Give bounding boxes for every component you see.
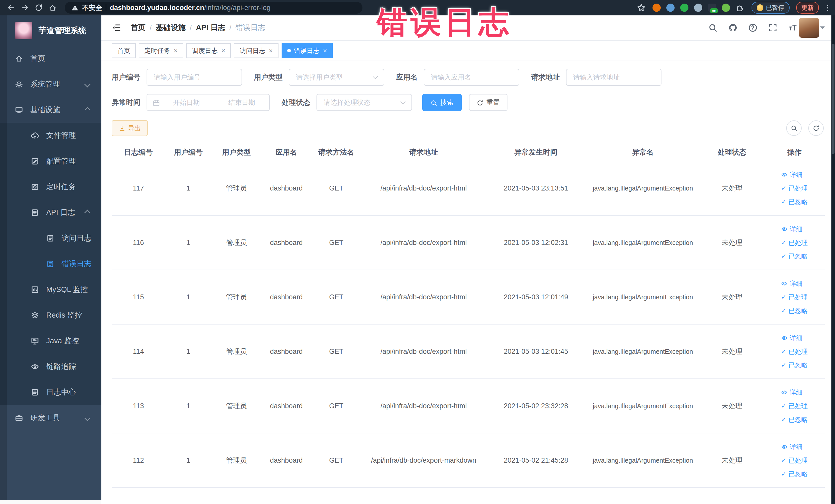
reload-button[interactable] (33, 2, 45, 14)
reload-icon (35, 4, 43, 12)
mark-processed-link[interactable]: ✓已处理 (781, 456, 808, 465)
gear-icon (15, 80, 23, 88)
user-id-input[interactable] (147, 69, 242, 86)
download-icon (119, 125, 125, 132)
mark-processed-link[interactable]: ✓已处理 (781, 184, 808, 193)
mark-ignored-link[interactable]: ✓已忽略 (781, 306, 808, 315)
app-logo[interactable]: 芋道管理系统 (0, 15, 101, 46)
detail-link[interactable]: 详细 (781, 388, 802, 397)
arrow-left-button[interactable] (5, 2, 17, 14)
mark-ignored-link[interactable]: ✓已忽略 (781, 470, 808, 478)
mark-processed-link[interactable]: ✓已处理 (781, 239, 808, 247)
reset-button[interactable]: 重置 (469, 94, 507, 111)
search-button[interactable]: 搜索 (422, 94, 462, 111)
process-status-select[interactable]: 请选择处理状态 (317, 94, 412, 111)
detail-link[interactable]: 详细 (781, 334, 802, 342)
help-button[interactable] (748, 23, 757, 32)
sidebar-item[interactable]: 日志中心 (0, 380, 101, 405)
tab-0[interactable]: 首页 (111, 43, 136, 58)
tab-1[interactable]: 定时任务 × (139, 43, 183, 58)
sidebar-item[interactable]: 首页 (0, 46, 101, 72)
refresh-button[interactable] (808, 120, 824, 136)
bookmark-star-button[interactable] (636, 3, 646, 12)
breadcrumb-separator: / (229, 24, 231, 32)
window-scrollbar[interactable] (831, 15, 835, 504)
github-button[interactable] (728, 23, 737, 32)
actions-cell: 详细 ✓已处理 ✓已忽略 (764, 324, 825, 379)
sidebar-item[interactable]: Java 监控 (0, 328, 101, 354)
mark-ignored-link[interactable]: ✓已忽略 (781, 416, 808, 424)
close-icon[interactable]: × (174, 47, 178, 55)
fullscreen-button[interactable] (768, 23, 777, 32)
column-header: 用户类型 (211, 144, 261, 161)
cell: 1 (165, 270, 211, 324)
paused-badge[interactable]: 已暂停 (752, 2, 790, 14)
cell: 未处理 (700, 161, 764, 216)
breadcrumb-item[interactable]: API 日志 (196, 23, 225, 33)
close-icon[interactable]: × (269, 47, 272, 55)
cell: 1 (165, 324, 211, 379)
ext-shield-icon[interactable] (666, 4, 675, 12)
sidebar-item[interactable]: 定时任务 (0, 174, 101, 200)
address-bar[interactable]: 不安全 dashboard.yudao.iocoder.cn/infra/log… (65, 2, 363, 14)
close-icon[interactable]: × (323, 47, 327, 55)
browser-menu-button[interactable] (826, 5, 830, 11)
mark-ignored-link[interactable]: ✓已忽略 (781, 252, 808, 261)
cell: /api/infra/db-doc/export-html (361, 161, 486, 216)
ext-green-icon[interactable] (680, 4, 688, 12)
cell: 管理员 (211, 379, 261, 433)
sidebar-item[interactable]: 研发工具 (0, 405, 101, 431)
sidebar-item[interactable]: 访问日志 (0, 225, 101, 251)
breadcrumb-item[interactable]: 首页 (131, 23, 145, 33)
user-avatar[interactable] (799, 18, 819, 38)
mark-processed-link[interactable]: ✓已处理 (781, 293, 808, 301)
export-button[interactable]: 导出 (111, 120, 148, 136)
sidebar-item[interactable]: 系统管理 (0, 72, 101, 97)
close-icon[interactable]: × (221, 47, 225, 55)
mark-processed-link[interactable]: ✓已处理 (781, 347, 808, 356)
arrow-right-button[interactable] (19, 2, 31, 14)
ext-leaf-icon[interactable] (722, 4, 730, 12)
app-name-input[interactable] (424, 69, 519, 86)
detail-link[interactable]: 详细 (781, 170, 802, 179)
mark-ignored-link[interactable]: ✓已忽略 (781, 361, 808, 369)
chevron-down-icon (84, 415, 90, 421)
detail-link[interactable]: 详细 (781, 443, 802, 451)
exception-time-range-picker[interactable]: 开始日期 - 结束日期 (147, 94, 270, 111)
sidebar-item[interactable]: 链路追踪 (0, 354, 101, 380)
sidebar-item[interactable]: 错误日志 (0, 251, 101, 277)
caret-down-icon[interactable] (820, 26, 825, 29)
sidebar-item[interactable]: API 日志 (0, 200, 101, 225)
breadcrumb-item[interactable]: 基础设施 (156, 23, 186, 33)
font-size-button[interactable] (788, 23, 797, 32)
sidebar-item[interactable]: 基础设施 (0, 97, 101, 123)
ext-orange-icon[interactable] (652, 4, 661, 12)
sidebar-item[interactable]: Redis 监控 (0, 302, 101, 328)
font-size-icon (788, 23, 797, 32)
toggle-search-button[interactable] (786, 120, 802, 136)
tab-2[interactable]: 调度日志 × (186, 43, 231, 58)
extensions-puzzle-button[interactable] (736, 3, 745, 12)
search-button[interactable] (708, 23, 717, 32)
sidebar-collapse-button[interactable] (111, 23, 121, 33)
detail-link[interactable]: 详细 (781, 279, 802, 288)
detail-link[interactable]: 详细 (781, 225, 802, 234)
ext-on-toggle-icon[interactable]: on (708, 4, 716, 12)
mark-processed-link[interactable]: ✓已处理 (781, 402, 808, 410)
update-button[interactable]: 更新 (796, 2, 819, 14)
column-header: 操作 (764, 144, 825, 161)
sidebar-item[interactable]: 文件管理 (0, 123, 101, 148)
eye-icon (781, 389, 788, 396)
cell: 114 (111, 324, 165, 379)
mark-ignored-link[interactable]: ✓已忽略 (781, 198, 808, 206)
user-type-select[interactable]: 请选择用户类型 (289, 69, 384, 86)
sidebar-item[interactable]: MySQL 监控 (0, 277, 101, 302)
home-button[interactable] (47, 2, 59, 14)
request-url-input[interactable] (566, 69, 661, 86)
tab-3[interactable]: 访问日志 × (234, 43, 278, 58)
document-icon (31, 208, 39, 217)
sidebar-item[interactable]: 配置管理 (0, 148, 101, 174)
tab-4[interactable]: 错误日志 × (282, 43, 333, 58)
ext-grid-icon[interactable] (694, 4, 702, 12)
scrollbar-thumb[interactable] (832, 44, 834, 154)
